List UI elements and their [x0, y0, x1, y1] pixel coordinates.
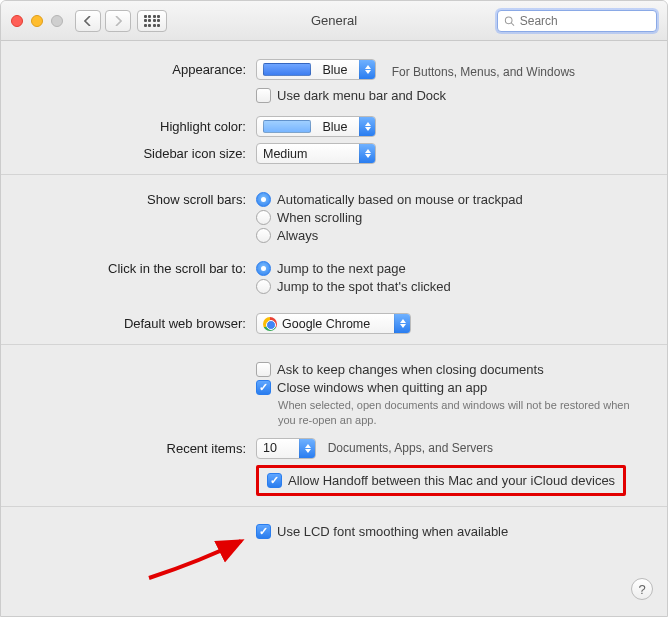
dark-menu-row: Use dark menu bar and Dock [256, 88, 637, 103]
sidebar-size-value: Medium [263, 147, 353, 161]
sidebar-size-label: Sidebar icon size: [31, 143, 256, 161]
highlight-label: Highlight color: [31, 116, 256, 134]
search-icon [504, 15, 515, 27]
handoff-label: Allow Handoff between this Mac and your … [288, 473, 615, 488]
close-windows-checkbox[interactable] [256, 380, 271, 395]
search-input[interactable] [520, 14, 650, 28]
click-spot-row: Jump to the spot that's clicked [256, 279, 637, 294]
appearance-value: Blue [322, 63, 347, 77]
svg-line-1 [511, 23, 514, 26]
back-button[interactable] [75, 10, 101, 32]
browser-label: Default web browser: [31, 313, 256, 331]
handoff-row: Allow Handoff between this Mac and your … [31, 465, 637, 496]
traffic-lights [11, 15, 63, 27]
dark-menu-label: Use dark menu bar and Dock [277, 88, 446, 103]
lcd-label: Use LCD font smoothing when available [277, 524, 508, 539]
docs-row: Ask to keep changes when closing documen… [31, 359, 637, 428]
search-container [497, 10, 657, 32]
sidebar-size-select[interactable]: Medium [256, 143, 376, 164]
appearance-row: Appearance: Blue For Buttons, Menus, and… [31, 59, 637, 106]
separator [1, 506, 667, 507]
scroll-always-radio[interactable] [256, 228, 271, 243]
recent-select[interactable]: 10 [256, 438, 316, 459]
scroll-option-auto: Automatically based on mouse or trackpad [256, 192, 637, 207]
stepper-icon [394, 314, 410, 333]
ask-changes-label: Ask to keep changes when closing documen… [277, 362, 544, 377]
click-spot-label: Jump to the spot that's clicked [277, 279, 451, 294]
click-spot-radio[interactable] [256, 279, 271, 294]
chevron-right-icon [114, 16, 122, 26]
appearance-select[interactable]: Blue [256, 59, 376, 80]
ask-changes-checkbox[interactable] [256, 362, 271, 377]
lcd-row: Use LCD font smoothing when available [31, 521, 637, 542]
scroll-when-radio[interactable] [256, 210, 271, 225]
browser-value: Google Chrome [282, 317, 388, 331]
separator [1, 174, 667, 175]
scroll-auto-radio[interactable] [256, 192, 271, 207]
lcd-check-row: Use LCD font smoothing when available [256, 524, 637, 539]
help-icon: ? [638, 582, 645, 597]
scroll-option-always: Always [256, 228, 637, 243]
lcd-checkbox[interactable] [256, 524, 271, 539]
recent-row: Recent items: 10 Documents, Apps, and Se… [31, 438, 637, 459]
sidebar-size-row: Sidebar icon size: Medium [31, 143, 637, 164]
clickbar-label: Click in the scroll bar to: [31, 258, 256, 276]
scrollbars-row: Show scroll bars: Automatically based on… [31, 189, 637, 246]
titlebar: General [1, 1, 667, 41]
click-next-label: Jump to the next page [277, 261, 406, 276]
clickbar-row: Click in the scroll bar to: Jump to the … [31, 258, 637, 297]
scrollbars-label: Show scroll bars: [31, 189, 256, 207]
handoff-check-row: Allow Handoff between this Mac and your … [267, 473, 615, 488]
svg-point-0 [505, 16, 512, 23]
chrome-icon [263, 317, 277, 331]
recent-suffix: Documents, Apps, and Servers [328, 441, 493, 455]
appearance-note: For Buttons, Menus, and Windows [392, 65, 575, 79]
scroll-always-label: Always [277, 228, 318, 243]
minimize-icon[interactable] [31, 15, 43, 27]
stepper-icon [359, 144, 375, 163]
click-next-row: Jump to the next page [256, 261, 637, 276]
highlight-swatch-icon [263, 120, 311, 133]
browser-select[interactable]: Google Chrome [256, 313, 411, 334]
handoff-checkbox[interactable] [267, 473, 282, 488]
stepper-icon [359, 117, 375, 136]
close-windows-label: Close windows when quitting an app [277, 380, 487, 395]
show-all-button[interactable] [137, 10, 167, 32]
content-area: Appearance: Blue For Buttons, Menus, and… [1, 41, 667, 558]
stepper-icon [359, 60, 375, 79]
zoom-icon[interactable] [51, 15, 63, 27]
nav-buttons [75, 10, 131, 32]
close-windows-row: Close windows when quitting an app [256, 380, 637, 395]
scroll-auto-label: Automatically based on mouse or trackpad [277, 192, 523, 207]
scroll-when-label: When scrolling [277, 210, 362, 225]
preferences-window: General Appearance: Blue For Buttons, Me… [0, 0, 668, 617]
separator [1, 344, 667, 345]
help-button[interactable]: ? [631, 578, 653, 600]
blue-swatch-icon [263, 63, 311, 76]
highlight-annotation: Allow Handoff between this Mac and your … [256, 465, 626, 496]
recent-value: 10 [263, 441, 293, 455]
chevron-left-icon [84, 16, 92, 26]
close-windows-hint: When selected, open documents and window… [278, 398, 637, 428]
scroll-option-when: When scrolling [256, 210, 637, 225]
highlight-value: Blue [322, 120, 347, 134]
browser-row: Default web browser: Google Chrome [31, 313, 637, 334]
close-icon[interactable] [11, 15, 23, 27]
highlight-select[interactable]: Blue [256, 116, 376, 137]
highlight-row: Highlight color: Blue [31, 116, 637, 137]
grid-icon [144, 15, 161, 27]
appearance-label: Appearance: [31, 59, 256, 77]
dark-menu-checkbox[interactable] [256, 88, 271, 103]
click-next-radio[interactable] [256, 261, 271, 276]
forward-button[interactable] [105, 10, 131, 32]
stepper-icon [299, 439, 315, 458]
ask-changes-row: Ask to keep changes when closing documen… [256, 362, 637, 377]
search-field[interactable] [497, 10, 657, 32]
recent-label: Recent items: [31, 438, 256, 456]
